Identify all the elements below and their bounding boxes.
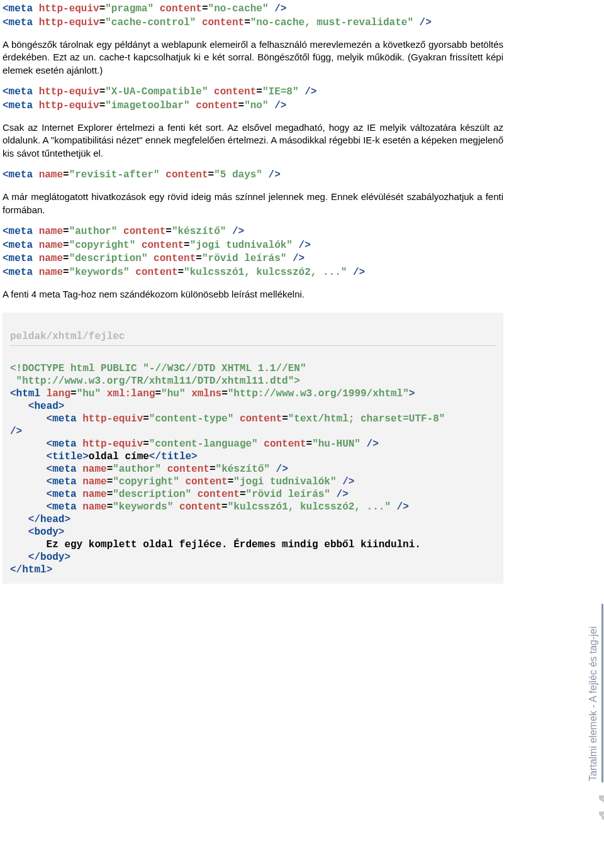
paragraph-meta4: A fenti 4 meta Tag-hoz nem szándékozom k… bbox=[3, 288, 503, 301]
body-text: Ez egy komplett oldal fejléce. Érdemes m… bbox=[47, 539, 421, 550]
doctype-line2: "http://www.w3.org/TR/xhtml11/DTD/xhtml1… bbox=[10, 376, 300, 387]
ex-meta-content-language: <meta http-equiv="content-language" cont… bbox=[47, 438, 379, 450]
ex-title-tag: <title>oldal címe</title> bbox=[47, 451, 198, 462]
example-code-block: peldak/xhtml/fejlec <!DOCTYPE html PUBLI… bbox=[3, 313, 503, 584]
ex-meta-content-type: <meta http-equiv="content-type" content=… bbox=[47, 413, 451, 425]
head-open: <head> bbox=[28, 401, 65, 412]
code-meta-revisit: <meta name="revisit-after" content="5 da… bbox=[3, 169, 503, 182]
head-close: </head> bbox=[28, 514, 70, 525]
paragraph-cache: A böngészők tárolnak egy példányt a webl… bbox=[3, 38, 503, 77]
code-meta-author: <meta name="author" content="készítő" /> bbox=[3, 225, 503, 239]
ex-meta-keywords: <meta name="keywords" content="kulcsszó1… bbox=[47, 501, 409, 513]
html-close: </html> bbox=[10, 564, 52, 576]
code-meta-keywords: <meta name="keywords" content="kulcsszó1… bbox=[3, 266, 503, 280]
body-close: </body> bbox=[28, 552, 70, 563]
example-title: peldak/xhtml/fejlec bbox=[10, 330, 496, 346]
paragraph-revisit: A már meglátogatott hivatkozások egy röv… bbox=[3, 191, 503, 216]
code-meta-copyright: <meta name="copyright" content="jogi tud… bbox=[3, 239, 503, 253]
code-meta-imagetoolbar: <meta http-equiv="imagetoolbar" content=… bbox=[3, 99, 503, 113]
doctype-line1: <!DOCTYPE html PUBLIC "-//W3C//DTD XHTML… bbox=[10, 363, 306, 374]
code-meta-xua: <meta http-equiv="X-UA-Compatible" conte… bbox=[3, 86, 503, 99]
code-meta-description: <meta name="description" content="rövid … bbox=[3, 252, 503, 266]
main-content: <meta http-equiv="pragma" content="no-ca… bbox=[3, 3, 503, 584]
ex-meta-description: <meta name="description" content="rövid … bbox=[47, 489, 349, 500]
ex-meta-author: <meta name="author" content="készítő" /> bbox=[47, 464, 288, 475]
html-open: <html lang="hu" xml:lang="hu" xmlns="htt… bbox=[10, 388, 415, 399]
ex-meta1-close: /> bbox=[10, 426, 22, 437]
code-meta-cache-control: <meta http-equiv="cache-control" content… bbox=[3, 16, 503, 30]
code-meta-pragma: <meta http-equiv="pragma" content="no-ca… bbox=[3, 3, 503, 16]
paragraph-ie: Csak az Internet Explorer értelmezi a fe… bbox=[3, 121, 503, 160]
body-open: <body> bbox=[28, 526, 65, 538]
ex-meta-copyright: <meta name="copyright" content="jogi tud… bbox=[47, 476, 355, 487]
